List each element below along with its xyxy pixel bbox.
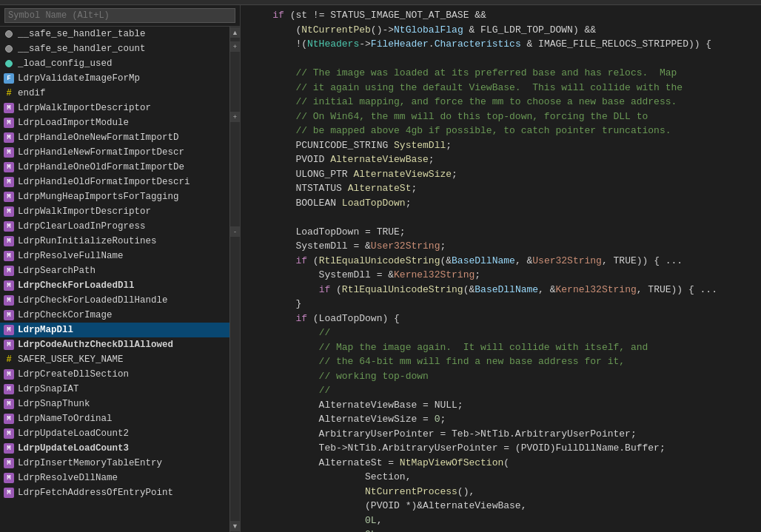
symbol-icon-purple-box: M [3, 161, 15, 173]
symbol-label-sym-ldrp-walk-import: LdrpWalkImportDescriptor [18, 103, 151, 113]
scroll-plus2-button[interactable]: + [230, 112, 241, 122]
symbol-item-sym-ldrp-walk-import[interactable]: MLdrpWalkImportDescriptor [0, 101, 229, 115]
symbol-icon-purple-box: M [3, 472, 15, 484]
symbol-label-sym-safe-handler-count: __safe_se_handler_count [18, 44, 146, 54]
code-content: if (st != STATUS_IMAGE_NOT_AT_BASE && (N… [241, 5, 761, 532]
symbol-item-sym-ldrp-run-init[interactable]: MLdrpRunInitializeRoutines [0, 234, 229, 249]
symbol-item-sym-ldrp-handle-one-new[interactable]: MLdrpHandleOneNewFormatImportD [0, 130, 229, 145]
symbol-label-sym-ldrp-map-dll: LdrpMapDll [18, 325, 73, 335]
symbol-icon-circle-blue [3, 58, 15, 70]
symbol-icon-purple-box: M [3, 442, 15, 454]
main-container: __safe_se_handler_table__safe_se_handler… [0, 5, 761, 532]
symbol-item-sym-ldrp-insert-memory[interactable]: MLdrpInsertMemoryTableEntry [0, 456, 229, 471]
scroll-down-button[interactable]: ▼ [230, 521, 241, 531]
symbol-item-sym-ldrp-code-authz[interactable]: MLdrpCodeAuthzCheckDllAllowed [0, 337, 229, 352]
symbol-item-sym-load-config-used[interactable]: _load_config_used [0, 56, 229, 71]
symbol-item-sym-ldrp-resolve-dll[interactable]: MLdrpResolveDllName [0, 471, 229, 485]
symbol-item-sym-ldrp-snap-iat[interactable]: MLdrpSnapIAT [0, 382, 229, 397]
symbol-icon-purple-box: M [3, 176, 15, 188]
symbol-item-sym-ldrp-update-load3[interactable]: MLdrpUpdateLoadCount3 [0, 441, 229, 456]
symbol-label-sym-ldrp-name-to-ordinal: LdrpNameToOrdinal [18, 414, 113, 424]
symbol-item-sym-ldrp-check-cor[interactable]: MLdrpCheckCorImage [0, 308, 229, 323]
symbol-icon-purple-box: M [3, 191, 15, 203]
symbol-item-sym-ldrp-handle-one-old[interactable]: MLdrpHandleOneOldFormatImportDe [0, 160, 229, 175]
symbol-icon-purple-box: M [3, 457, 15, 469]
symbol-item-sym-ldrp-validate[interactable]: FLdrpValidateImageForMp [0, 71, 229, 86]
code-panel[interactable]: if (st != STATUS_IMAGE_NOT_AT_BASE && (N… [241, 5, 761, 532]
symbol-item-sym-ldrp-map-dll[interactable]: MLdrpMapDll [0, 323, 229, 337]
symbol-icon-circle-gray [3, 28, 15, 40]
symbol-icon-purple-box: M [3, 206, 15, 218]
symbol-icon-purple-box: M [3, 309, 15, 321]
symbol-icon-purple-box: M [3, 428, 15, 440]
scroll-plus-button[interactable]: + [230, 41, 241, 52]
symbol-item-sym-ldrp-mung-heap[interactable]: MLdrpMungHeapImportsForTagging [0, 189, 229, 204]
symbol-label-sym-ldrp-search-path: LdrpSearchPath [18, 266, 95, 276]
symbol-label-sym-ldrp-snap-iat: LdrpSnapIAT [18, 384, 79, 394]
symbol-item-sym-ldrp-snap-thunk[interactable]: MLdrpSnapThunk [0, 397, 229, 411]
left-scroll-area: ▲ + + - ▼ [229, 27, 240, 532]
symbol-icon-purple-box: M [3, 250, 15, 262]
symbol-icon-purple-box: M [3, 265, 15, 277]
scroll-up-button[interactable]: ▲ [230, 27, 241, 38]
symbol-label-sym-ldrp-fetch-entry: LdrpFetchAddressOfEntryPoint [18, 488, 173, 498]
search-box-container [0, 5, 240, 27]
symbol-icon-purple-box: M [3, 117, 15, 129]
scroll-minus-button[interactable]: - [230, 226, 241, 237]
symbol-label-sym-ldrp-run-init: LdrpRunInitializeRoutines [18, 236, 157, 246]
symbol-label-sym-ldrp-check-cor: LdrpCheckCorImage [18, 310, 113, 320]
symbol-item-sym-ldrp-check-loaded[interactable]: MLdrpCheckForLoadedDll [0, 278, 229, 293]
symbol-icon-purple-box: M [3, 294, 15, 306]
symbol-icon-purple-box: M [3, 368, 15, 380]
symbol-item-sym-ldrp-resolve-full[interactable]: MLdrpResolveFullName [0, 249, 229, 263]
symbol-item-sym-ldrp-check-loaded-handle[interactable]: MLdrpCheckForLoadedDllHandle [0, 293, 229, 308]
symbol-label-sym-ldrp-check-loaded-handle: LdrpCheckForLoadedDllHandle [18, 295, 168, 306]
symbol-item-sym-ldrp-create-dll[interactable]: MLdrpCreateDllSection [0, 367, 229, 382]
symbol-label-sym-ldrp-resolve-dll: LdrpResolveDllName [18, 473, 118, 483]
symbol-icon-purple-box: M [3, 487, 15, 499]
symbol-icon-purple-box: M [3, 132, 15, 144]
symbol-label-sym-ldrp-code-authz: LdrpCodeAuthzCheckDllAllowed [18, 340, 173, 350]
symbol-icon-purple-box: M [3, 398, 15, 410]
symbol-icon-hash: # [3, 354, 15, 366]
symbol-icon-hash: # [3, 87, 15, 99]
symbol-item-sym-ldrp-update-load2[interactable]: MLdrpUpdateLoadCount2 [0, 426, 229, 441]
symbol-label-sym-ldrp-handle-new-desc: LdrpHandleNewFormatImportDescr [18, 147, 184, 158]
symbol-icon-purple-box: M [3, 339, 15, 351]
symbol-icon-func: F [3, 73, 15, 84]
symbol-label-sym-ldrp-create-dll: LdrpCreateDllSection [18, 369, 129, 380]
symbol-item-sym-ldrp-walk-import2[interactable]: MLdrpWalkImportDescriptor [0, 204, 229, 219]
symbol-label-sym-ldrp-handle-one-new: LdrpHandleOneNewFormatImportD [18, 132, 179, 143]
symbol-label-sym-ldrp-handle-one-old: LdrpHandleOneOldFormatImportDe [18, 162, 184, 172]
symbol-item-sym-ldrp-name-to-ordinal[interactable]: MLdrpNameToOrdinal [0, 411, 229, 426]
symbol-label-sym-ldrp-validate: LdrpValidateImageForMp [18, 73, 140, 84]
symbol-item-sym-ldrp-search-path[interactable]: MLdrpSearchPath [0, 263, 229, 278]
symbol-item-sym-safe-handler-count[interactable]: __safe_se_handler_count [0, 41, 229, 56]
symbol-label-sym-ldrp-resolve-full: LdrpResolveFullName [18, 251, 124, 261]
symbol-label-sym-ldrp-load-import: LdrpLoadImportModule [18, 118, 129, 128]
symbol-label-sym-safe-handler-table: __safe_se_handler_table [18, 29, 146, 39]
symbol-item-sym-ldrp-handle-new-desc[interactable]: MLdrpHandleNewFormatImportDescr [0, 145, 229, 160]
symbol-label-sym-ldrp-snap-thunk: LdrpSnapThunk [18, 399, 90, 409]
symbol-label-sym-ldrp-clear-load: LdrpClearLoadInProgress [18, 221, 146, 232]
symbol-label-sym-endif: endif [18, 88, 46, 98]
symbol-item-sym-ldrp-handle-old-desc[interactable]: MLdrpHandleOldFormatImportDescri [0, 175, 229, 189]
symbol-item-sym-ldrp-load-import[interactable]: MLdrpLoadImportModule [0, 115, 229, 130]
symbol-icon-purple-box: M [3, 383, 15, 395]
symbol-item-sym-ldrp-fetch-entry[interactable]: MLdrpFetchAddressOfEntryPoint [0, 485, 229, 500]
symbol-label-sym-load-config-used: _load_config_used [18, 58, 113, 69]
symbol-item-sym-endif[interactable]: #endif [0, 86, 229, 101]
symbol-item-sym-safer-user-key[interactable]: #SAFER_USER_KEY_NAME [0, 352, 229, 367]
title-bar [0, 0, 761, 5]
symbol-item-sym-ldrp-clear-load[interactable]: MLdrpClearLoadInProgress [0, 219, 229, 234]
symbol-icon-purple-box: M [3, 102, 15, 114]
left-panel: __safe_se_handler_table__safe_se_handler… [0, 5, 241, 532]
symbol-icon-purple-box: M [3, 413, 15, 425]
symbol-item-sym-safe-handler-table[interactable]: __safe_se_handler_table [0, 27, 229, 41]
symbol-label-sym-ldrp-mung-heap: LdrpMungHeapImportsForTagging [18, 192, 179, 202]
symbol-label-sym-ldrp-insert-memory: LdrpInsertMemoryTableEntry [18, 458, 162, 468]
symbol-list[interactable]: __safe_se_handler_table__safe_se_handler… [0, 27, 229, 532]
symbol-list-wrapper: __safe_se_handler_table__safe_se_handler… [0, 27, 240, 532]
symbol-icon-purple-box: M [3, 235, 15, 247]
search-input[interactable] [4, 8, 235, 23]
